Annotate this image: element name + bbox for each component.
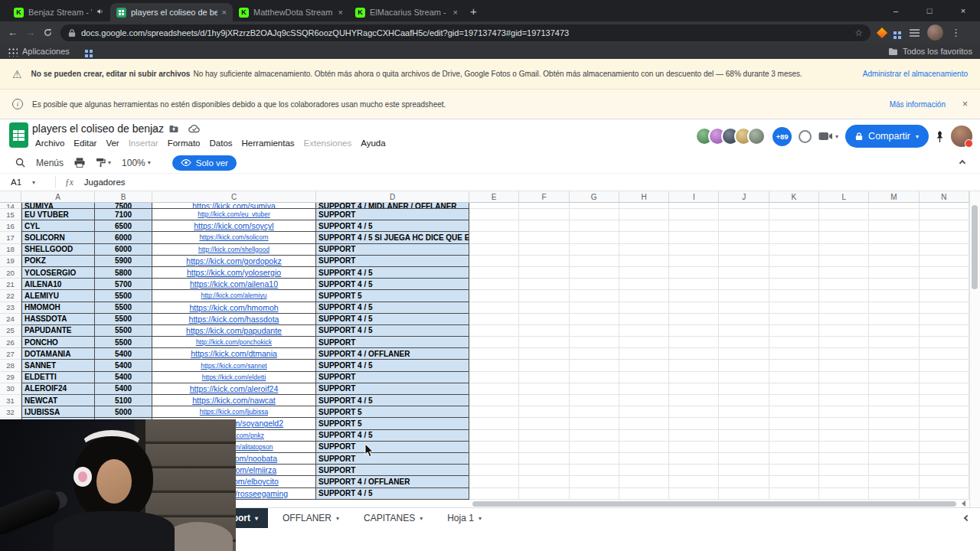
player-points-cell[interactable]: 5500 [95,314,152,325]
menu-editar[interactable]: Editar [69,137,101,149]
empty-cell[interactable] [519,383,569,395]
player-points-cell[interactable]: 6000 [95,232,152,243]
empty-cell[interactable] [619,418,669,429]
empty-cell[interactable] [519,279,569,290]
sidebar-icon[interactable] [910,29,920,37]
empty-cell[interactable] [819,232,869,243]
column-header-B[interactable]: B [95,191,152,203]
player-link[interactable]: https://kick.com/solicorn [199,233,268,241]
empty-cell[interactable] [619,395,669,406]
pin-icon[interactable] [936,131,944,142]
empty-cell[interactable] [619,244,669,256]
empty-cell[interactable] [920,203,969,209]
empty-cell[interactable] [519,453,569,465]
player-link[interactable]: http://kick.com/eu_vtuber [198,210,270,218]
browser-tab[interactable]: players el coliseo de benjaz - H× [110,3,233,21]
player-name-cell[interactable]: PAPUDANTE [21,325,95,337]
player-role-cell[interactable]: SUPPORT 4 / 5 [316,267,469,279]
empty-cell[interactable] [469,302,519,314]
empty-cell[interactable] [719,337,769,348]
empty-cell[interactable] [819,395,869,406]
empty-cell[interactable] [819,314,869,325]
empty-cell[interactable] [469,476,519,487]
empty-cell[interactable] [869,337,919,348]
scroll-left-arrow[interactable] [962,500,965,507]
empty-cell[interactable] [719,360,769,371]
empty-cell[interactable] [819,337,869,348]
tab-close-icon[interactable]: × [338,8,343,17]
empty-cell[interactable] [619,314,669,325]
empty-cell[interactable] [819,383,869,395]
player-name-cell[interactable]: HMOMOH [21,302,95,314]
empty-cell[interactable] [719,290,769,302]
player-link-cell[interactable]: https://kick.com/dtmania [152,348,316,360]
player-name-cell[interactable]: ALEROIF24 [21,383,95,395]
empty-cell[interactable] [920,348,969,360]
collaborator-overflow-badge[interactable]: +89 [773,127,792,146]
column-header-H[interactable]: H [619,191,669,203]
apps-grid-icon[interactable] [8,47,18,57]
empty-cell[interactable] [819,348,869,360]
player-link-cell[interactable]: https://kick.com/soycyl [152,220,316,232]
empty-cell[interactable] [669,430,719,442]
empty-cell[interactable] [869,406,919,418]
empty-cell[interactable] [669,302,719,314]
empty-cell[interactable] [570,244,619,256]
empty-cell[interactable] [519,325,569,337]
empty-cell[interactable] [519,442,569,453]
empty-cell[interactable] [769,406,819,418]
row-number[interactable]: 15 [0,209,21,220]
new-tab-button[interactable]: + [470,5,477,18]
player-link-cell[interactable]: https://kick.com/ailena10 [152,279,316,290]
empty-cell[interactable] [669,209,719,220]
empty-cell[interactable] [469,372,519,383]
empty-cell[interactable] [719,395,769,406]
empty-cell[interactable] [469,279,519,290]
empty-cell[interactable] [669,279,719,290]
player-link-cell[interactable]: https://kick.com/sumiya [152,203,316,209]
empty-cell[interactable] [920,476,969,487]
lock-icon[interactable] [68,28,76,37]
meet-button[interactable]: ▾ [818,132,838,141]
empty-cell[interactable] [519,360,569,371]
empty-cell[interactable] [819,279,869,290]
menu-datos[interactable]: Datos [205,137,237,149]
row-number[interactable]: 17 [0,232,21,243]
sheets-logo-icon[interactable] [9,122,28,148]
empty-cell[interactable] [619,203,669,209]
player-points-cell[interactable]: 5400 [95,348,152,360]
row-number[interactable]: 29 [0,372,21,383]
player-role-cell[interactable]: SUPPORT [316,383,469,395]
empty-cell[interactable] [869,290,919,302]
player-role-cell[interactable]: SUPPORT 5 [316,418,469,429]
empty-cell[interactable] [819,406,869,418]
player-points-cell[interactable]: 5500 [95,337,152,348]
empty-cell[interactable] [819,360,869,371]
empty-cell[interactable] [920,337,969,348]
empty-cell[interactable] [469,348,519,360]
empty-cell[interactable] [819,372,869,383]
player-name-cell[interactable]: POKZ [21,256,95,267]
row-number[interactable]: 16 [0,220,21,232]
empty-cell[interactable] [619,256,669,267]
empty-cell[interactable] [570,488,619,500]
empty-cell[interactable] [869,256,919,267]
player-link-cell[interactable]: https://kick.com/sannet [152,360,316,371]
column-header-K[interactable]: K [769,191,819,203]
player-role-cell[interactable]: SUPPORT [316,442,469,453]
empty-cell[interactable] [619,442,669,453]
player-link[interactable]: http://kick.com/alemiyu [201,292,267,299]
player-link-cell[interactable]: https://kick.com/eldetti [152,372,316,383]
player-name-cell[interactable]: AILENA10 [21,279,95,290]
player-link-cell[interactable]: https://kick.com/nawcat [152,395,316,406]
empty-cell[interactable] [920,430,969,442]
empty-cell[interactable] [619,465,669,476]
browser-tab[interactable]: KBenjaz Stream - Watch Liv [8,3,110,21]
player-link-cell[interactable]: https://kick.com/hmomoh [152,302,316,314]
empty-cell[interactable] [769,348,819,360]
empty-cell[interactable] [869,302,919,314]
empty-cell[interactable] [869,442,919,453]
column-header-J[interactable]: J [719,191,769,203]
player-role-cell[interactable]: SUPPORT [316,372,469,383]
share-button[interactable]: Compartir ▾ [845,125,929,148]
